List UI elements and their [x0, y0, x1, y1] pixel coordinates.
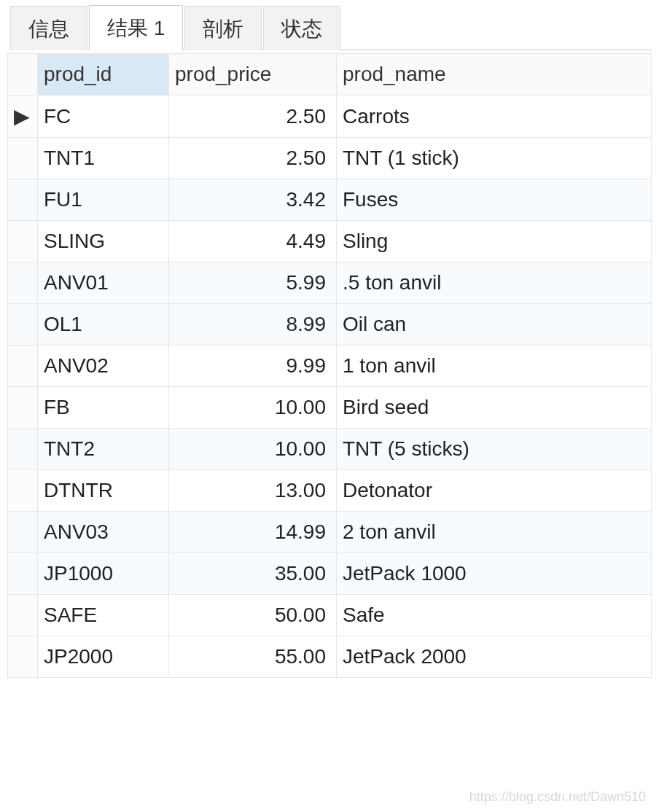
cell-prod-price: 13.00 — [169, 470, 337, 512]
tab-bar: 信息 结果 1 剖析 状态 — [10, 4, 652, 50]
cell-prod-price: 50.00 — [169, 595, 337, 636]
row-gutter — [8, 346, 38, 387]
table-row[interactable]: ANV03 14.99 2 ton anvil — [8, 512, 652, 553]
table-row[interactable]: DTNTR 13.00 Detonator — [8, 470, 652, 512]
cell-prod-name: Fuses — [337, 179, 652, 221]
cell-prod-price: 5.99 — [169, 262, 337, 304]
row-gutter — [8, 595, 38, 636]
result-grid: prod_id prod_price prod_name ▶ FC 2.50 C… — [7, 53, 652, 678]
tab-result-1[interactable]: 结果 1 — [89, 5, 183, 50]
row-gutter — [8, 179, 38, 221]
cell-prod-name: 1 ton anvil — [337, 346, 652, 387]
cell-prod-id: JP2000 — [38, 636, 169, 678]
cell-prod-price: 10.00 — [169, 429, 337, 470]
cell-prod-name: Carrots — [337, 95, 652, 138]
cell-prod-id: FB — [38, 387, 169, 429]
cell-prod-price: 35.00 — [169, 553, 337, 595]
cell-prod-name: Oil can — [337, 304, 652, 346]
table-row[interactable]: TNT2 10.00 TNT (5 sticks) — [8, 429, 652, 470]
cell-prod-name: Sling — [337, 221, 652, 262]
cell-prod-id: ANV02 — [38, 346, 169, 387]
cell-prod-price: 4.49 — [169, 221, 337, 262]
row-gutter — [8, 387, 38, 429]
cell-prod-price: 10.00 — [169, 387, 337, 429]
cell-prod-name: TNT (1 stick) — [337, 138, 652, 179]
current-row-marker-icon: ▶ — [8, 95, 38, 138]
cell-prod-price: 55.00 — [169, 636, 337, 678]
table-row[interactable]: JP1000 35.00 JetPack 1000 — [8, 553, 652, 595]
cell-prod-name: Bird seed — [337, 387, 652, 429]
table-row[interactable]: JP2000 55.00 JetPack 2000 — [8, 636, 652, 678]
cell-prod-id: TNT1 — [38, 138, 169, 179]
cell-prod-price: 3.42 — [169, 179, 337, 221]
cell-prod-name: 2 ton anvil — [337, 512, 652, 553]
cell-prod-id: SAFE — [38, 595, 169, 636]
cell-prod-price: 2.50 — [169, 138, 337, 179]
watermark-text: https://blog.csdn.net/Dawn510 — [469, 789, 646, 805]
row-gutter — [8, 636, 38, 678]
table-row[interactable]: SLING 4.49 Sling — [8, 221, 652, 262]
col-header-prod-id[interactable]: prod_id — [38, 54, 169, 95]
tab-profile[interactable]: 剖析 — [184, 6, 262, 50]
cell-prod-price: 9.99 — [169, 346, 337, 387]
cell-prod-id: TNT2 — [38, 429, 169, 470]
tab-info[interactable]: 信息 — [10, 6, 87, 50]
table-row[interactable]: OL1 8.99 Oil can — [8, 304, 652, 346]
cell-prod-name: JetPack 1000 — [337, 553, 652, 595]
table-row[interactable]: FB 10.00 Bird seed — [8, 387, 652, 429]
cell-prod-id: OL1 — [38, 304, 169, 346]
cell-prod-id: FC — [38, 95, 169, 138]
cell-prod-id: ANV03 — [38, 512, 169, 553]
row-gutter — [8, 553, 38, 595]
cell-prod-id: JP1000 — [38, 553, 169, 595]
cell-prod-id: ANV01 — [38, 262, 169, 304]
row-gutter — [8, 138, 38, 179]
cell-prod-id: DTNTR — [38, 470, 169, 512]
table-row[interactable]: ANV01 5.99 .5 ton anvil — [8, 262, 652, 304]
cell-prod-name: Detonator — [337, 470, 652, 512]
row-gutter — [8, 221, 38, 262]
row-gutter — [8, 429, 38, 470]
col-header-prod-name[interactable]: prod_name — [337, 54, 652, 95]
header-row: prod_id prod_price prod_name — [8, 54, 652, 95]
tab-status[interactable]: 状态 — [263, 6, 340, 50]
row-gutter — [8, 470, 38, 512]
row-gutter — [8, 304, 38, 346]
cell-prod-id: SLING — [38, 221, 169, 262]
gutter-header — [8, 54, 38, 95]
row-gutter — [8, 512, 38, 553]
cell-prod-price: 2.50 — [169, 95, 337, 138]
cell-prod-name: .5 ton anvil — [337, 262, 652, 304]
cell-prod-name: Safe — [337, 595, 652, 636]
table-row[interactable]: SAFE 50.00 Safe — [8, 595, 652, 636]
cell-prod-name: JetPack 2000 — [337, 636, 652, 678]
table-row[interactable]: TNT1 2.50 TNT (1 stick) — [8, 138, 652, 179]
row-gutter — [8, 262, 38, 304]
cell-prod-price: 14.99 — [169, 512, 337, 553]
table-row[interactable]: ▶ FC 2.50 Carrots — [8, 95, 652, 138]
col-header-prod-price[interactable]: prod_price — [169, 54, 337, 95]
cell-prod-price: 8.99 — [169, 304, 337, 346]
table-row[interactable]: FU1 3.42 Fuses — [8, 179, 652, 221]
table-row[interactable]: ANV02 9.99 1 ton anvil — [8, 346, 652, 387]
cell-prod-id: FU1 — [38, 179, 169, 221]
cell-prod-name: TNT (5 sticks) — [337, 429, 652, 470]
